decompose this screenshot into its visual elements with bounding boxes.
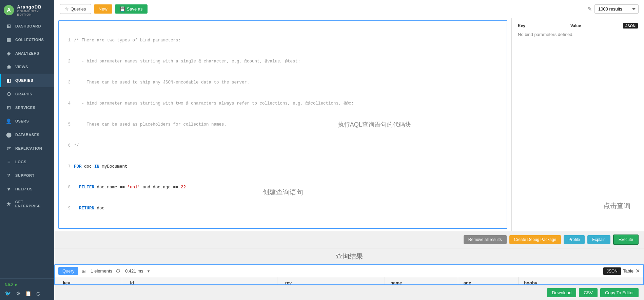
sidebar-label-logs: LOGS [15, 160, 26, 164]
sidebar-logo: A ArangoDB COMMUNITY EDITION [0, 0, 54, 19]
settings-icon[interactable]: ⚙ [16, 290, 20, 297]
sidebar: A ArangoDB COMMUNITY EDITION ⊞DASHBOARD▦… [0, 0, 54, 300]
bottom-bar: Download CSV Copy To Editor [54, 285, 644, 300]
code-line-5: 5 These can be used as placeholders for … [62, 121, 503, 128]
explain-button[interactable]: Explain [587, 235, 610, 244]
sidebar-item-queries[interactable]: ◧QUERIES [0, 74, 54, 87]
code-editor-block[interactable]: 1 /* There are two types of bind paramet… [58, 20, 507, 229]
code-line-3: 3 These can be used to ship any JSON-enc… [62, 79, 503, 86]
csv-button[interactable]: CSV [579, 288, 598, 297]
google-icon[interactable]: G [36, 291, 40, 297]
enterprise-icon: ★ [6, 201, 12, 207]
sidebar-label-queries: QUERIES [15, 78, 33, 82]
sidebar-item-services[interactable]: ⊡SERVICES [0, 101, 54, 114]
action-bar: Remove all results Create Debug Package … [54, 231, 644, 248]
sidebar-label-databases: DATABASES [15, 133, 39, 137]
elements-count: 1 elements [91, 268, 112, 274]
edit-icon[interactable]: ✎ [587, 6, 592, 12]
sidebar-item-graphs[interactable]: ⬡GRAPHS [0, 87, 54, 101]
new-label: New [99, 6, 108, 12]
tab-switchers: JSON Table ✕ [603, 267, 640, 275]
query-tab[interactable]: Query [58, 267, 78, 275]
sidebar-label-users: USERS [15, 119, 29, 123]
json-badge[interactable]: JSON [623, 23, 638, 29]
results-area: 查询结果 Query ⊞ 1 elements ⏱ 0.421 ms ▼ JSO… [54, 248, 644, 285]
sidebar-label-replication: REPLICATION [15, 146, 42, 150]
query-time: 0.421 ms [125, 268, 143, 274]
helpus-icon: ♥ [6, 186, 12, 192]
sidebar-item-collections[interactable]: ▦COLLECTIONS [0, 33, 54, 46]
editor-pane: 1 /* There are two types of bind paramet… [54, 18, 512, 231]
no-bind-params: No bind parameters defined. [518, 32, 638, 37]
sidebar-item-support[interactable]: ?SUPPORT [0, 169, 54, 182]
bind-params-header: Key Value JSON [518, 23, 638, 29]
sidebar-label-dashboard: DASHBOARD [15, 24, 41, 28]
sidebar-label-support: SUPPORT [15, 173, 35, 177]
sidebar-item-users[interactable]: 👤USERS [0, 114, 54, 128]
version-badge: 3.9.2 ● [5, 282, 50, 287]
code-line-6: 6 */ [62, 142, 503, 149]
code-line-9: 9 RETURN doc [62, 205, 503, 212]
logs-icon: ≡ [6, 159, 12, 165]
graphs-icon: ⬡ [6, 91, 12, 97]
version-ok-icon: ● [14, 282, 17, 287]
twitter-icon[interactable]: 🐦 [5, 290, 11, 297]
arangodb-logo-icon: A [3, 4, 14, 16]
sidebar-nav: ⊞DASHBOARD▦COLLECTIONS◈ANALYZERS◉VIEWS◧Q… [0, 19, 54, 278]
code-line-1: 1 /* There are two types of bind paramet… [62, 37, 503, 44]
sidebar-item-databases[interactable]: ⬤DATABASES [0, 128, 54, 142]
sidebar-item-views[interactable]: ◉VIEWS [0, 60, 54, 74]
results-table-wrap: _key_id_revnameagehooby 2434myDocument/2… [55, 277, 643, 284]
sidebar-item-enterprise[interactable]: ★GET ENTERPRISE [0, 196, 54, 212]
sidebar-item-helpus[interactable]: ♥HELP US [0, 182, 54, 196]
services-icon: ⊡ [6, 105, 12, 110]
queries-icon: ◧ [6, 78, 12, 83]
execute-button[interactable]: Execute [613, 235, 639, 245]
sidebar-item-replication[interactable]: ⇄REPLICATION [0, 142, 54, 155]
download-button[interactable]: Download [547, 288, 576, 297]
stack-icon[interactable]: 📋 [25, 290, 32, 297]
col-hooby: hooby [519, 277, 643, 284]
analyzers-icon: ◈ [6, 51, 12, 56]
col-_id: _id [122, 277, 277, 284]
code-line-8: 8 FILTER doc.name == 'uni' and doc.age =… [62, 184, 503, 191]
value-col-header: Value [570, 23, 623, 28]
copy-to-editor-button[interactable]: Copy To Editor [600, 288, 639, 297]
replication-icon: ⇄ [6, 146, 12, 151]
queries-button[interactable]: ☆ Queries [60, 4, 91, 14]
debug-package-button[interactable]: Create Debug Package [509, 235, 561, 244]
sidebar-label-services: SERVICES [15, 106, 35, 110]
main-content: ☆ Queries New 💾 Save as ✎ 1000 results25… [54, 0, 644, 300]
queries-label: Queries [71, 6, 86, 12]
logo-sub: COMMUNITY EDITION [17, 10, 51, 16]
key-col-header: Key [518, 23, 570, 28]
click-annotation: 点击查询 [603, 201, 630, 210]
saveas-button[interactable]: 💾 Save as [115, 4, 148, 14]
results-table: _key_id_revnameagehooby 2434myDocument/2… [55, 277, 643, 284]
bind-params-pane: Key Value JSON No bind parameters define… [512, 18, 644, 231]
table-view-tab[interactable]: Table [623, 268, 633, 274]
sidebar-item-logs[interactable]: ≡LOGS [0, 155, 54, 169]
new-button[interactable]: New [94, 4, 112, 14]
results-select[interactable]: 1000 results250 results500 results2500 r… [594, 4, 639, 14]
code-line-4: 4 - bind parameter names starting with t… [62, 100, 503, 107]
saveas-label: Save as [127, 6, 143, 12]
dropdown-icon[interactable]: ▼ [147, 269, 150, 273]
databases-icon: ⬤ [6, 132, 12, 137]
sidebar-label-analyzers: ANALYZERS [15, 51, 39, 55]
profile-button[interactable]: Profile [564, 235, 585, 244]
sidebar-item-dashboard[interactable]: ⊞DASHBOARD [0, 19, 54, 33]
toolbar-right: ✎ 1000 results250 results500 results2500… [587, 4, 639, 14]
logo-title: ArangoDB [17, 4, 51, 10]
sidebar-footer: 3.9.2 ● 🐦 ⚙ 📋 G [0, 278, 54, 300]
col-name: name [385, 277, 458, 284]
views-icon: ◉ [6, 64, 12, 70]
code-line-2: 2 - bind parameter names starting with a… [62, 58, 503, 65]
sidebar-item-analyzers[interactable]: ◈ANALYZERS [0, 46, 54, 60]
close-results-button[interactable]: ✕ [636, 268, 640, 274]
remove-results-button[interactable]: Remove all results [464, 235, 507, 244]
col-age: age [458, 277, 518, 284]
results-panel: Query ⊞ 1 elements ⏱ 0.421 ms ▼ JSON Tab… [54, 264, 644, 285]
col-_key: _key [55, 277, 122, 284]
json-view-tab[interactable]: JSON [603, 267, 621, 275]
